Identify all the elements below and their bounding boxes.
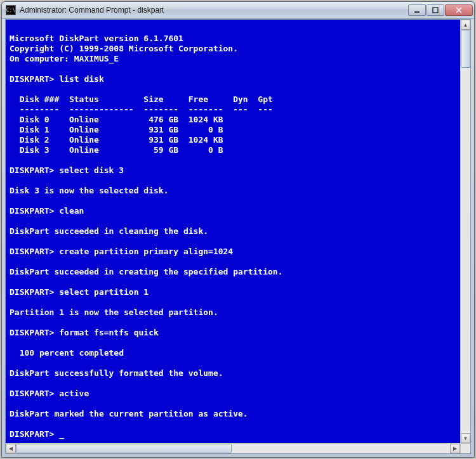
scroll-up-button[interactable]: ▲: [461, 20, 470, 30]
console-wrap: Microsoft DiskPart version 6.1.7601 Copy…: [6, 20, 470, 443]
window-title: Administrator: Command Prompt - diskpart: [20, 6, 408, 15]
close-button[interactable]: [445, 4, 473, 16]
minimize-icon: [414, 7, 420, 13]
horizontal-scrollbar[interactable]: ◀ ▶: [6, 443, 460, 453]
window-controls: [408, 4, 473, 16]
svg-rect-0: [414, 11, 420, 13]
scroll-corner: [460, 443, 470, 453]
console-output[interactable]: Microsoft DiskPart version 6.1.7601 Copy…: [6, 20, 460, 443]
cmd-icon: C:\: [6, 5, 16, 15]
horizontal-scroll-thumb[interactable]: [16, 444, 232, 453]
titlebar[interactable]: C:\ Administrator: Command Prompt - disk…: [2, 2, 474, 19]
scroll-right-button[interactable]: ▶: [450, 444, 460, 453]
scroll-left-button[interactable]: ◀: [6, 444, 16, 453]
vertical-scroll-thumb[interactable]: [461, 30, 470, 68]
svg-rect-1: [433, 8, 438, 13]
client-area: Microsoft DiskPart version 6.1.7601 Copy…: [5, 19, 471, 454]
command-prompt-window: C:\ Administrator: Command Prompt - disk…: [1, 1, 475, 458]
vertical-scrollbar[interactable]: ▲ ▼: [460, 20, 470, 443]
scroll-down-button[interactable]: ▼: [461, 433, 470, 443]
maximize-button[interactable]: [426, 4, 444, 16]
minimize-button[interactable]: [408, 4, 426, 16]
maximize-icon: [432, 7, 439, 13]
close-icon: [456, 7, 462, 13]
